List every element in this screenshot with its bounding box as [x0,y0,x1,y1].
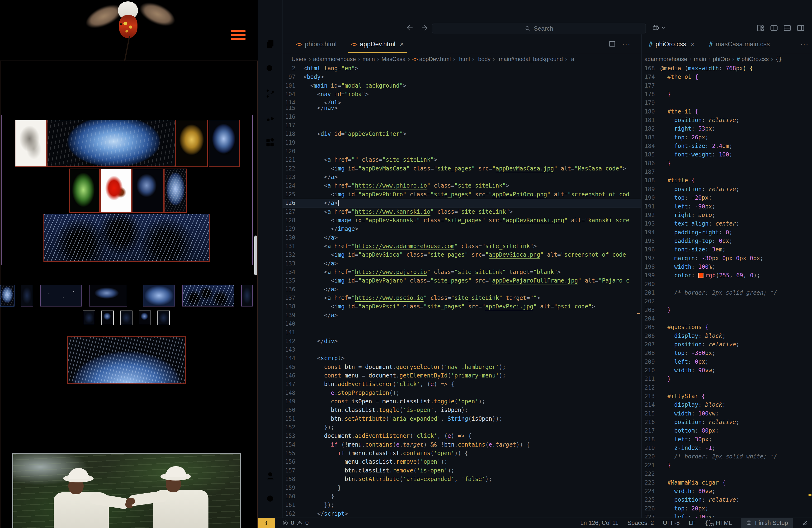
thumb-sky-patch[interactable] [143,285,175,307]
status-eol[interactable]: LF [689,519,696,526]
mini-thumb-3[interactable] [120,310,132,325]
status-remote-indicator[interactable] [258,518,275,528]
code-line-174: 174 #the-o1 { [642,73,812,81]
line-number: 116 [282,113,303,121]
close-tab-icon[interactable]: × [400,40,404,48]
arrow-right-icon[interactable] [420,24,428,32]
tile-earth-fisheye[interactable] [47,120,176,167]
breadcrumb-item-main[interactable]: main [363,56,375,62]
activity-item-explorer[interactable] [264,38,276,50]
tile-gold-variant[interactable] [175,120,208,167]
status-cursor-position[interactable]: Ln 126, Col 11 [580,519,619,526]
thumb-trail-blue[interactable] [0,285,14,307]
status-problems-indicator[interactable]: 00 [282,519,309,526]
tile-blue-variant[interactable] [209,120,240,167]
code-line-193: 193 text-align: center; [642,219,812,228]
activity-item-source-control[interactable] [264,87,276,100]
breadcrumb-item-braces[interactable]: {} [775,56,782,62]
css-symbol-icon: # [737,56,740,63]
line-number: 223 [642,479,661,487]
tab-masCasa.main.css[interactable]: #masCasa.main.css [701,34,777,54]
breadcrumb-item-phiOro.css[interactable]: #phiOro.css [737,56,769,63]
breadcrumb-item-MasCasa[interactable]: MasCasa [381,56,406,62]
thumb-edge[interactable] [241,285,253,307]
breadcrumb-item-body[interactable]: body [477,56,491,62]
editor-group-divider[interactable] [641,34,641,517]
tile-negative-red[interactable] [100,168,132,213]
code-text: width: 100vw; [661,409,719,418]
status-language-mode[interactable]: {}HTML [705,519,732,526]
thumb-trees[interactable] [89,285,127,307]
title-bar: Search [258,0,812,34]
close-tab-icon[interactable]: × [691,40,695,48]
breadcrumb-item-phiOro[interactable]: phiOro [713,56,730,62]
editor-appdev-html[interactable]: 2<html lang="en">97<body>101 <main id="m… [282,64,641,517]
mini-thumb-4[interactable] [139,310,151,325]
breadcrumb-item-Users[interactable]: Users [292,56,306,62]
code-line-200: 200 [642,280,812,289]
copilot-menu[interactable] [652,24,666,32]
tile-dome-fisheye[interactable] [67,336,186,384]
line-number: 114 [282,99,303,104]
status-encoding[interactable]: UTF-8 [663,519,680,526]
line-number: 157 [282,466,303,475]
video-two-men[interactable] [12,453,241,528]
tab-phiOro.css[interactable]: #phiOro.css× [641,34,701,54]
command-search-box[interactable]: Search [432,23,646,34]
tile-green-variant[interactable] [69,168,100,213]
line-number: 179 [642,99,661,107]
code-line-146: 146 const menu = document.getElementById… [282,371,641,380]
thumb-dark[interactable] [21,285,33,307]
tab-appDev.html[interactable]: <>appDev.html× [344,34,411,54]
code-text: menu.classList.remove('open'); [303,457,448,466]
code-line-121: 121 <a href="" class="site_siteLink"> [282,156,641,164]
breadcrumb-item-main[interactable]: main [694,56,706,62]
breadcrumb-item-a[interactable]: a [569,56,574,62]
activity-item-search[interactable] [264,63,276,75]
code-line-150: 150 btn.classList.toggle('is-open', isOp… [282,406,641,414]
activity-item-account[interactable] [264,470,276,482]
breadcrumb-item-adammorehouse[interactable]: adammorehouse [313,56,356,62]
tile-dim-blue-variant[interactable] [132,168,164,213]
line-number: 148 [282,388,303,397]
code-text: text-align: center; [661,219,739,228]
breadcrumb-item-main#modal_background[interactable]: main#modal_background [497,56,563,62]
sidebar-right-icon[interactable] [796,24,805,32]
thumb-trails[interactable] [182,285,234,307]
status-notifications[interactable] [802,520,808,526]
status-indentation[interactable]: Spaces: 2 [627,519,654,526]
split-editor-icon[interactable] [608,39,616,49]
arrow-left-icon[interactable] [406,24,414,32]
code-text: } [303,492,334,501]
line-number: 153 [282,431,303,440]
status-finish-setup[interactable]: Finish Setup [741,518,793,528]
tab-phioro.html[interactable]: <>phioro.html [289,34,344,54]
breadcrumb-item-adammorehouse[interactable]: adammorehouse [644,56,687,62]
breadcrumb-item-html[interactable]: html [458,56,470,62]
line-number: 145 [282,363,303,371]
editor-phioro-css[interactable]: 168@media (max-width: 768px) {174 #the-o… [642,64,812,517]
tile-star-trails-wide[interactable] [43,214,210,262]
thumb-stars-wide[interactable] [40,285,82,307]
tile-bright-blue-variant[interactable] [164,168,187,213]
tile-negative-white[interactable] [15,120,47,167]
hamburger-menu-icon[interactable] [231,30,246,41]
breadcrumb-item-appDev.html[interactable]: <>appDev.html [412,56,451,62]
color-swatch[interactable] [698,273,704,278]
code-line-161: 161 }); [282,501,641,509]
code-line-129: 129 </image> [282,224,641,233]
activity-item-extensions[interactable] [264,137,276,149]
panel-bottom-icon[interactable] [783,24,792,32]
more-actions-icon[interactable]: ··· [800,39,809,49]
sidebar-left-icon[interactable] [770,24,778,32]
layout-icon[interactable] [756,24,765,32]
mini-thumb-1[interactable] [83,310,95,325]
code-text: </a> [303,285,338,294]
mini-thumb-2[interactable] [101,310,114,325]
activity-item-run-debug[interactable] [264,112,276,124]
mini-thumb-5[interactable] [157,310,170,325]
code-text: <img id="appDevGioca" class="site_pages"… [303,250,626,259]
more-actions-icon[interactable]: ··· [622,39,630,49]
activity-item-settings-gear[interactable] [264,493,276,505]
preview-scrollbar-thumb[interactable] [254,235,257,275]
